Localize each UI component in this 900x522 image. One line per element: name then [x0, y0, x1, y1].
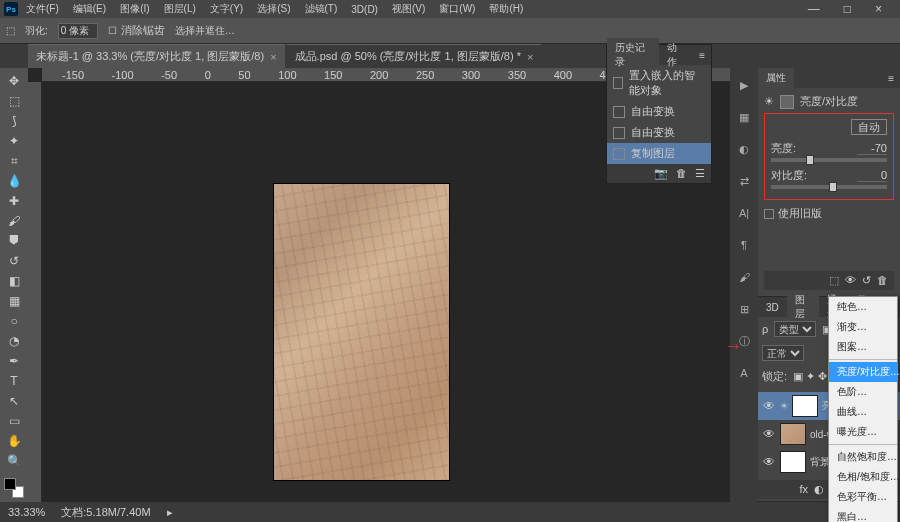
history-row[interactable]: 自由变换	[607, 122, 711, 143]
history-brush-tool[interactable]: ↺	[3, 252, 25, 270]
feather-input[interactable]	[58, 23, 98, 39]
snapshot-icon[interactable]: 📷	[654, 167, 668, 180]
menu-item-bw[interactable]: 黑白…	[829, 507, 897, 522]
menu-item-levels[interactable]: 色阶…	[829, 382, 897, 402]
blur-tool[interactable]: ○	[3, 312, 25, 330]
color-swatch[interactable]	[4, 478, 24, 498]
menu-item-color-balance[interactable]: 色彩平衡…	[829, 487, 897, 507]
path-tool[interactable]: ↖	[3, 392, 25, 410]
menu-view[interactable]: 视图(V)	[386, 0, 431, 18]
layer-thumb[interactable]	[780, 423, 806, 445]
auto-button[interactable]: 自动	[851, 119, 887, 135]
menu-item-gradient[interactable]: 渐变…	[829, 317, 897, 337]
layer-name[interactable]: 背景	[810, 455, 830, 469]
visibility-icon[interactable]: 👁	[762, 427, 776, 441]
brightness-value[interactable]: -70	[857, 142, 887, 155]
contrast-value[interactable]: 0	[857, 169, 887, 182]
tab-close-icon[interactable]: ×	[270, 51, 276, 63]
select-mask-button[interactable]: 选择并遮住…	[175, 24, 235, 38]
menu-item-pattern[interactable]: 图案…	[829, 337, 897, 357]
tab-properties[interactable]: 属性	[758, 68, 794, 88]
heal-tool[interactable]: ✚	[3, 192, 25, 210]
tab-layers[interactable]: 图层	[787, 290, 819, 324]
menu-select[interactable]: 选择(S)	[251, 0, 296, 18]
trash-icon[interactable]: 🗑	[877, 274, 888, 287]
visibility-icon[interactable]: 👁	[762, 455, 776, 469]
char-icon[interactable]: A|	[735, 204, 753, 222]
marquee-tool-icon[interactable]: ⬚	[6, 25, 15, 36]
hand-tool[interactable]: ✋	[3, 432, 25, 450]
shape-tool[interactable]: ▭	[3, 412, 25, 430]
swatches-icon[interactable]: ▦	[735, 108, 753, 126]
reset-icon[interactable]: ↺	[862, 274, 871, 287]
mask-button[interactable]: ◐	[814, 483, 824, 496]
menu-item-curves[interactable]: 曲线…	[829, 402, 897, 422]
menu-window[interactable]: 窗口(W)	[433, 0, 481, 18]
trash-icon[interactable]: 🗑	[676, 167, 687, 180]
menu-filter[interactable]: 滤镜(T)	[299, 0, 344, 18]
wand-tool[interactable]: ✦	[3, 132, 25, 150]
zoom-level[interactable]: 33.33%	[8, 506, 45, 518]
menu-item-vibrance[interactable]: 自然饱和度…	[829, 447, 897, 467]
gradient-tool[interactable]: ▦	[3, 292, 25, 310]
eye-icon[interactable]: 👁	[845, 274, 856, 287]
panel-menu-icon[interactable]: ≡	[882, 73, 900, 84]
antialias-checkbox[interactable]: ☐ 消除锯齿	[108, 23, 165, 38]
tab-history[interactable]: 历史记录	[607, 38, 659, 72]
document-tab-active[interactable]: 未标题-1 @ 33.3% (亮度/对比度 1, 图层蒙版/8) ×	[28, 44, 285, 68]
marquee-tool[interactable]: ⬚	[3, 92, 25, 110]
tab-3d[interactable]: 3D	[758, 299, 787, 316]
menu-icon[interactable]: ☰	[695, 167, 705, 180]
history-row[interactable]: 自由变换	[607, 101, 711, 122]
styles-icon[interactable]: ◐	[735, 140, 753, 158]
menu-type[interactable]: 文字(Y)	[204, 0, 249, 18]
menu-item-hue-sat[interactable]: 色相/饱和度…	[829, 467, 897, 487]
menu-file[interactable]: 文件(F)	[20, 0, 65, 18]
para-icon[interactable]: ¶	[735, 236, 753, 254]
blend-mode-select[interactable]: 正常	[762, 345, 804, 361]
menu-layer[interactable]: 图层(L)	[158, 0, 202, 18]
maximize-button[interactable]: □	[838, 0, 857, 18]
menu-item-exposure[interactable]: 曝光度…	[829, 422, 897, 442]
panel-menu-icon[interactable]: ≡	[693, 50, 711, 61]
move-tool[interactable]: ✥	[3, 72, 25, 90]
clone-icon[interactable]: ⊞	[735, 300, 753, 318]
layer-thumb[interactable]	[780, 451, 806, 473]
crop-tool[interactable]: ⌗	[3, 152, 25, 170]
play-icon[interactable]: ▶	[735, 76, 753, 94]
layer-mask-thumb[interactable]	[792, 395, 818, 417]
contrast-slider[interactable]	[771, 185, 887, 189]
canvas-image[interactable]	[274, 184, 449, 480]
history-row[interactable]: 复制图层	[607, 143, 711, 164]
menu-item-solid-color[interactable]: 纯色…	[829, 297, 897, 317]
tab-close-icon[interactable]: ×	[527, 51, 533, 63]
adjust-icon[interactable]: ⇄	[735, 172, 753, 190]
close-button[interactable]: ×	[869, 0, 888, 18]
menu-edit[interactable]: 编辑(E)	[67, 0, 112, 18]
menu-item-brightness-contrast[interactable]: 亮度/对比度…	[829, 362, 897, 382]
menu-image[interactable]: 图像(I)	[114, 0, 155, 18]
dodge-tool[interactable]: ◔	[3, 332, 25, 350]
visibility-icon[interactable]: 👁	[762, 399, 776, 413]
clip-icon[interactable]: ⬚	[829, 274, 839, 287]
fx-button[interactable]: fx	[799, 483, 808, 496]
stamp-tool[interactable]: ⛊	[3, 232, 25, 250]
legacy-checkbox[interactable]	[764, 209, 774, 219]
brushes-icon[interactable]: 🖌	[735, 268, 753, 286]
menu-3d[interactable]: 3D(D)	[345, 2, 384, 17]
brush-tool[interactable]: 🖌	[3, 212, 25, 230]
filter-kind-select[interactable]: 类型	[774, 321, 816, 337]
lasso-tool[interactable]: ⟆	[3, 112, 25, 130]
tab-actions[interactable]: 动作	[659, 38, 693, 72]
menu-help[interactable]: 帮助(H)	[483, 0, 529, 18]
eyedropper-tool[interactable]: 💧	[3, 172, 25, 190]
eraser-tool[interactable]: ◧	[3, 272, 25, 290]
document-tab[interactable]: 成品.psd @ 50% (亮度/对比度 1, 图层蒙版/8) * ×	[287, 44, 542, 68]
minimize-button[interactable]: —	[802, 0, 826, 18]
type-tool[interactable]: T	[3, 372, 25, 390]
type2-icon[interactable]: A	[735, 364, 753, 382]
status-chevron-icon[interactable]: ▸	[167, 506, 173, 519]
zoom-tool[interactable]: 🔍	[3, 452, 25, 470]
brightness-slider[interactable]	[771, 158, 887, 162]
pen-tool[interactable]: ✒	[3, 352, 25, 370]
